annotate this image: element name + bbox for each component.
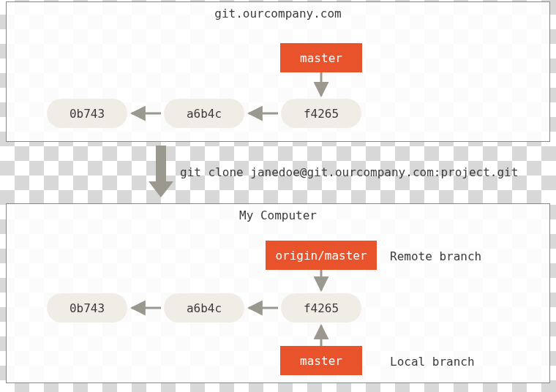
commit-hash: 0b743 [70,301,105,315]
server-title: git.ourcompany.com [7,7,549,20]
commit-hash: f4265 [304,107,339,121]
server-branch-master: master [280,43,362,72]
client-panel: My Computer origin/master Remote branch … [6,203,550,383]
commit-hash: f4265 [304,301,339,315]
local-branch-annotation: Local branch [390,355,475,369]
client-remote-branch-label: origin/master [275,249,367,263]
diagram-canvas: git.ourcompany.com master 0b743 a6b4c f4… [0,0,556,392]
svg-marker-3 [149,146,173,197]
commit-node: 0b743 [47,99,127,128]
client-title: My Computer [7,208,549,222]
clone-command: git clone janedoe@git.ourcompany.com:pro… [180,165,518,179]
client-remote-branch: origin/master [266,241,377,270]
server-panel: git.ourcompany.com master 0b743 a6b4c f4… [6,1,550,142]
commit-hash: a6b4c [187,107,222,121]
commit-hash: a6b4c [187,301,222,315]
commit-node: a6b4c [164,293,244,323]
client-local-branch-label: master [300,354,342,368]
commit-hash: 0b743 [70,107,105,121]
remote-branch-annotation: Remote branch [390,249,481,263]
commit-node: a6b4c [164,99,244,128]
commit-node: f4265 [281,293,361,323]
client-local-branch: master [280,346,362,375]
server-branch-label: master [300,51,342,65]
commit-node: f4265 [281,99,361,128]
commit-node: 0b743 [47,293,127,323]
